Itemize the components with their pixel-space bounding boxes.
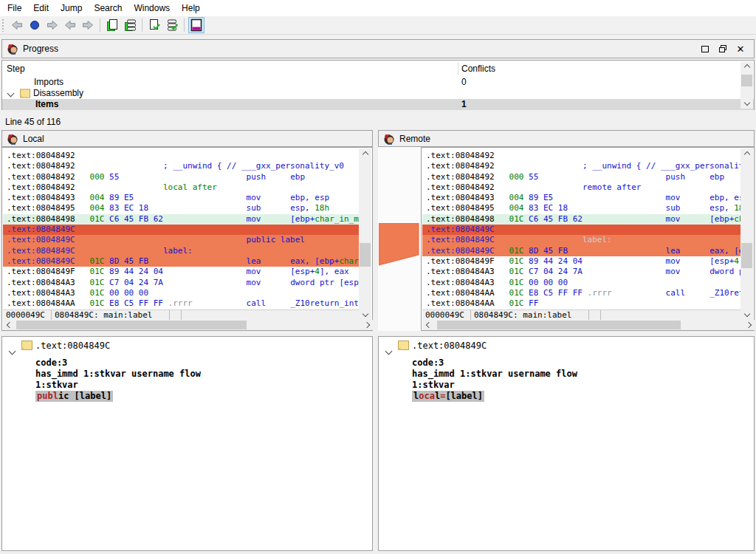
progress-row-label: Imports xyxy=(34,77,63,88)
expander-chevron-icon[interactable] xyxy=(10,343,15,357)
progress-row-items[interactable]: Items1 xyxy=(2,99,754,110)
local-listing-rows: .text:08048492.text:08048492 ; __unwind … xyxy=(3,148,360,310)
listing-row[interactable]: .text:08048495 004 83 EC 18 sub esp, 18h xyxy=(422,203,742,213)
forward-arrow-icon[interactable] xyxy=(44,17,61,33)
listing-row[interactable]: .text:08048492 remote after xyxy=(422,182,742,193)
progress-row-imports[interactable]: Imports0 xyxy=(2,77,754,88)
detail-address[interactable]: .text:0804849C xyxy=(412,341,487,351)
listing-row[interactable]: .text:08048492 local after xyxy=(3,182,360,193)
scroll-right-icon[interactable] xyxy=(360,320,373,330)
back-arrow-icon[interactable] xyxy=(9,17,25,33)
listing-row[interactable]: .text:080484A3 01C 00 00 00 xyxy=(3,288,360,298)
folder-icon xyxy=(21,341,32,350)
current-position-dot-icon[interactable] xyxy=(27,17,43,33)
detail-conflict-line[interactable]: public [label] xyxy=(35,391,201,402)
toolbar-separator xyxy=(100,18,100,32)
progress-vscrollbar[interactable] xyxy=(740,61,753,109)
progress-table: Step Conflicts Imports0DisassemblyItems1 xyxy=(1,60,755,110)
scroll-left-icon[interactable] xyxy=(3,320,16,330)
listing-row[interactable]: .text:08048492 000 55 push ebp xyxy=(3,172,360,182)
listing-row[interactable]: .text:08048492 000 55 push ebp xyxy=(422,172,742,182)
next-arrow-icon[interactable] xyxy=(80,17,96,33)
listing-row[interactable]: .text:080484A3 01C 00 00 00 xyxy=(422,278,742,288)
listing-row[interactable]: .text:08048498 01C C6 45 FB 62 mov [ebp+… xyxy=(3,214,360,225)
listing-row[interactable]: .text:080484A3 01C C7 04 24 7A mov dword… xyxy=(3,278,360,288)
toolbar-drag-handle[interactable] xyxy=(1,18,5,32)
progress-row-disassembly[interactable]: Disassembly xyxy=(2,88,754,99)
listing-row[interactable]: .text:0804849C xyxy=(422,225,742,235)
listing-row[interactable]: .text:0804849C label: xyxy=(422,235,742,245)
remote-hscrollbar[interactable] xyxy=(422,320,755,330)
menu-item-jump[interactable]: Jump xyxy=(55,0,88,16)
listing-row[interactable]: .text:0804849F 01C 89 44 24 04 mov [esp+… xyxy=(3,267,360,277)
detail-line[interactable]: code:3 xyxy=(412,358,577,369)
document-check-icon[interactable] xyxy=(146,17,162,33)
scroll-right-icon[interactable] xyxy=(742,320,755,330)
detail-line[interactable]: has_immd 1:stkvar username flow xyxy=(412,369,577,380)
detail-address[interactable]: .text:0804849C xyxy=(35,341,110,351)
local-hscrollbar[interactable] xyxy=(3,320,373,330)
progress-titlebar: Progress ✕ xyxy=(1,39,755,58)
column-conflicts: Conflicts xyxy=(461,64,495,74)
expander-chevron-icon[interactable] xyxy=(7,90,15,98)
listing-row[interactable]: .text:0804849C label: xyxy=(3,246,360,256)
listing-row[interactable]: .text:0804849C 01C 8D 45 FB lea eax, [eb… xyxy=(422,246,742,256)
ida-local-icon xyxy=(7,133,18,145)
progress-row-conflicts: 0 xyxy=(461,77,467,88)
detail-line[interactable]: has_immd 1:stkvar username flow xyxy=(35,369,201,380)
detail-line[interactable]: 1:stkvar xyxy=(412,380,577,391)
status-cell: 0000049C xyxy=(422,310,471,320)
maximize-button[interactable] xyxy=(696,42,714,55)
listing-row[interactable]: .text:08048493 004 89 E5 mov ebp, esp xyxy=(422,193,742,203)
detail-line[interactable]: 1:stkvar xyxy=(35,380,201,391)
remote-status-bar: 0000049C 0804849C: main:label xyxy=(422,310,742,320)
listing-row[interactable]: .text:08048498 01C C6 45 FB 62 mov [ebp+… xyxy=(422,214,742,225)
document-stack-check-icon[interactable] xyxy=(164,17,180,33)
document-icon[interactable] xyxy=(104,17,120,33)
scroll-up-icon[interactable] xyxy=(740,61,753,73)
document-stack-icon[interactable] xyxy=(122,17,138,33)
scroll-down-icon[interactable] xyxy=(359,308,371,320)
remote-vscrollbar[interactable] xyxy=(740,148,753,320)
menu-item-file[interactable]: File xyxy=(1,0,27,16)
listing-row[interactable]: .text:0804849C xyxy=(3,225,360,235)
detail-line[interactable]: code:3 xyxy=(35,358,201,369)
listing-row[interactable]: .text:080484A3 01C C7 04 24 7A mov dword… xyxy=(422,267,742,277)
scroll-left-icon[interactable] xyxy=(422,320,435,330)
listing-row[interactable]: .text:08048492 ; __unwind { // ___gxx_pe… xyxy=(422,161,742,171)
detail-conflict-line[interactable]: local=[label] xyxy=(412,391,577,402)
merged-document-icon[interactable] xyxy=(188,17,205,33)
listing-row[interactable]: .text:0804849C 01C 8D 45 FB lea eax, [eb… xyxy=(3,256,360,267)
float-window-button[interactable] xyxy=(714,42,732,55)
local-vscrollbar[interactable] xyxy=(359,148,371,320)
remote-pane-header: Remote xyxy=(378,130,755,147)
listing-row[interactable]: .text:08048492 xyxy=(3,151,360,161)
local-detail-lines: code:3has_immd 1:stkvar username flow1:s… xyxy=(35,358,201,402)
close-button[interactable]: ✕ xyxy=(732,42,749,55)
listing-row[interactable]: .text:0804849F 01C 89 44 24 04 mov [esp+… xyxy=(422,256,742,267)
progress-row-label: Items xyxy=(35,99,58,110)
listing-row[interactable]: .text:080484AA 01C FF xyxy=(422,298,742,309)
listing-row[interactable]: .text:08048495 004 83 EC 18 sub esp, 18h xyxy=(3,203,360,213)
scroll-up-icon[interactable] xyxy=(359,148,371,160)
progress-row-label: Disassembly xyxy=(33,88,83,99)
listing-row[interactable]: .text:08048492 xyxy=(422,151,742,161)
listing-row[interactable]: .text:0804849C public label xyxy=(3,235,360,245)
local-pane-title: Local xyxy=(23,134,44,144)
listing-row[interactable]: .text:08048492 ; __unwind { // ___gxx_pe… xyxy=(3,161,360,171)
folder-icon xyxy=(20,89,30,98)
progress-row-conflicts: 1 xyxy=(461,99,467,110)
listing-row[interactable]: .text:08048493 004 89 E5 mov ebp, esp xyxy=(3,193,360,203)
menu-item-search[interactable]: Search xyxy=(88,0,128,16)
prev-arrow-icon[interactable] xyxy=(62,17,78,33)
menu-item-edit[interactable]: Edit xyxy=(27,0,55,16)
toolbar xyxy=(0,16,756,35)
scroll-up-icon[interactable] xyxy=(740,148,753,160)
scroll-down-icon[interactable] xyxy=(740,97,753,109)
menu-item-windows[interactable]: Windows xyxy=(128,0,176,16)
menu-item-help[interactable]: Help xyxy=(176,0,206,16)
scroll-down-icon[interactable] xyxy=(740,308,753,320)
expander-chevron-icon[interactable] xyxy=(386,343,391,357)
listing-row[interactable]: .text:080484AA 01C E8 C5 FF FF .rrrr cal… xyxy=(422,288,742,298)
listing-row[interactable]: .text:080484AA 01C E8 C5 FF FF .rrrr cal… xyxy=(3,298,360,309)
